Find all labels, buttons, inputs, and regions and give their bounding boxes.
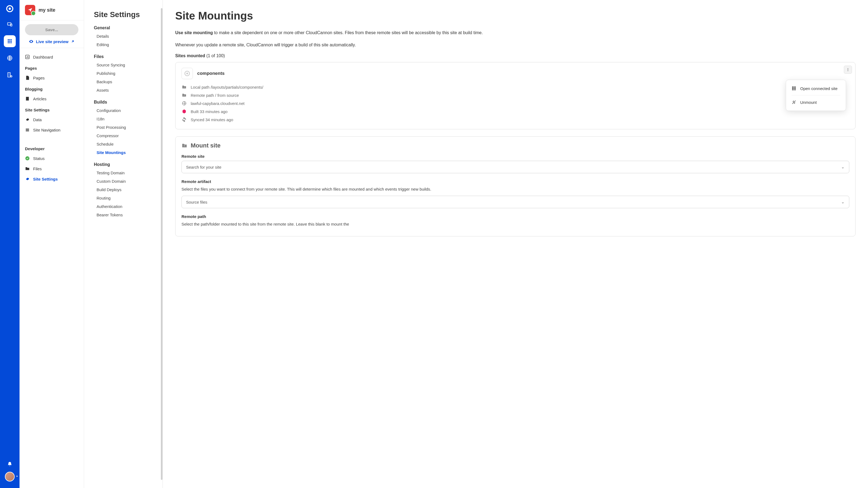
svg-rect-4 [8, 39, 9, 40]
gear-icon [25, 117, 30, 122]
intro-paragraph: Use site mounting to make a site depende… [175, 29, 856, 36]
local-path-row: Local path /layouts/partials/components/ [182, 83, 849, 91]
hexagon-icon [182, 109, 187, 114]
rail-apps-icon[interactable] [4, 35, 16, 47]
settings-group-hosting: Hosting [94, 162, 162, 167]
chart-icon [25, 55, 30, 59]
remote-artifact-select[interactable]: Source files ⌄ [182, 196, 849, 208]
svg-point-21 [848, 69, 848, 70]
rail-building-icon[interactable] [4, 69, 16, 81]
svg-point-19 [186, 73, 188, 74]
settings-item-source-syncing[interactable]: Source Syncing [94, 61, 162, 69]
sidebar-item-status[interactable]: Status [20, 153, 84, 163]
settings-item-i18n[interactable]: I18n [94, 115, 162, 123]
svg-point-17 [26, 156, 30, 161]
sidebar-item-files[interactable]: Files [20, 163, 84, 174]
user-avatar[interactable] [5, 472, 14, 482]
settings-item-editing[interactable]: Editing [94, 40, 162, 49]
svg-rect-12 [11, 42, 12, 43]
settings-group-builds: Builds [94, 100, 162, 105]
sidebar-item-site-settings[interactable]: Site Settings [20, 174, 84, 184]
svg-rect-10 [8, 42, 9, 43]
chevron-down-icon: ⌄ [841, 165, 845, 169]
mounted-site-name: components [197, 71, 225, 76]
menu-icon [25, 127, 30, 132]
save-button[interactable]: Save... [25, 24, 79, 35]
menu-open-connected-site[interactable]: Open connected site [786, 83, 846, 94]
more-vertical-icon [846, 68, 850, 72]
check-circle-icon [25, 156, 30, 161]
settings-item-custom-domain[interactable]: Custom Domain [94, 177, 162, 186]
page-icon [25, 75, 30, 80]
domain-row: lawful-capybara.cloudvent.net [182, 99, 849, 107]
svg-rect-6 [11, 39, 12, 40]
remote-path-label: Remote path [182, 214, 849, 219]
settings-group-files: Files [94, 54, 162, 59]
settings-item-compressor[interactable]: Compressor [94, 131, 162, 140]
settings-item-testing-domain[interactable]: Testing Domain [94, 169, 162, 177]
sidebar-group-developer: Developer [20, 142, 84, 153]
settings-item-publishing[interactable]: Publishing [94, 69, 162, 77]
gear-icon [25, 176, 30, 182]
svg-rect-30 [792, 90, 793, 90]
settings-item-site-mountings[interactable]: Site Mountings [94, 148, 162, 157]
settings-group-general: General [94, 26, 162, 30]
rail-globe-icon[interactable] [4, 52, 16, 64]
svg-rect-24 [792, 87, 793, 88]
sidebar-item-data[interactable]: Data [20, 115, 84, 125]
svg-rect-5 [9, 39, 10, 40]
sites-mounted-counter: Sites mounted (1 of 100) [175, 54, 856, 58]
card-menu-button[interactable] [844, 66, 852, 74]
remote-artifact-label: Remote artifact [182, 179, 849, 184]
svg-rect-27 [792, 88, 793, 89]
svg-rect-26 [795, 87, 796, 88]
mount-site-title: Mount site [191, 142, 220, 149]
svg-rect-32 [795, 90, 796, 90]
bell-icon[interactable] [4, 461, 16, 467]
settings-item-bearer-tokens[interactable]: Bearer Tokens [94, 210, 162, 219]
settings-item-build-deploys[interactable]: Build Deploys [94, 186, 162, 194]
folder-arrow-right-icon [182, 85, 187, 90]
apps-icon [792, 86, 796, 91]
card-context-menu: Open connected site Unmount [786, 80, 846, 111]
sidebar-group-pages: Pages [20, 62, 84, 73]
sidebar: my site Save... Live site preview Dashbo… [20, 0, 84, 488]
settings-item-post-processing[interactable]: Post Processing [94, 123, 162, 131]
intro-paragraph-2: Whenever you update a remote site, Cloud… [175, 41, 856, 48]
rail-devices-icon[interactable] [4, 19, 16, 30]
settings-item-routing[interactable]: Routing [94, 194, 162, 202]
sidebar-item-site-navigation[interactable]: Site Navigation [20, 125, 84, 135]
page-title: Site Mountings [175, 10, 856, 22]
main-content: Site Mountings Use site mounting to make… [163, 0, 868, 488]
svg-point-15 [10, 76, 12, 77]
folder-arrow-left-icon [182, 93, 187, 98]
settings-item-details[interactable]: Details [94, 32, 162, 40]
settings-item-authentication[interactable]: Authentication [94, 202, 162, 210]
settings-item-schedule[interactable]: Schedule [94, 140, 162, 148]
sidebar-item-dashboard[interactable]: Dashboard [20, 52, 84, 62]
folder-icon [25, 166, 30, 171]
settings-item-assets[interactable]: Assets [94, 86, 162, 94]
svg-point-20 [848, 68, 848, 69]
live-preview-link[interactable]: Live site preview [25, 39, 79, 44]
site-icon [25, 5, 35, 15]
svg-rect-14 [8, 73, 10, 77]
remote-site-select[interactable]: Search for your site ⌄ [182, 161, 849, 173]
sidebar-group-settings: Site Settings [20, 104, 84, 115]
sidebar-item-articles[interactable]: Articles [20, 94, 84, 104]
svg-rect-8 [9, 41, 10, 42]
site-header: my site [20, 0, 84, 20]
external-link-icon [71, 40, 74, 43]
settings-item-configuration[interactable]: Configuration [94, 106, 162, 115]
site-logo-icon [182, 68, 193, 79]
remote-artifact-help: Select the files you want to connect fro… [182, 186, 849, 193]
settings-item-backups[interactable]: Backups [94, 77, 162, 86]
svg-rect-28 [794, 88, 795, 89]
svg-rect-7 [8, 41, 9, 42]
svg-point-1 [9, 8, 11, 10]
svg-rect-9 [11, 41, 12, 42]
folder-arrow-icon [182, 142, 187, 149]
menu-unmount[interactable]: Unmount [786, 97, 846, 108]
sidebar-group-blogging: Blogging [20, 83, 84, 94]
sidebar-item-pages[interactable]: Pages [20, 73, 84, 83]
